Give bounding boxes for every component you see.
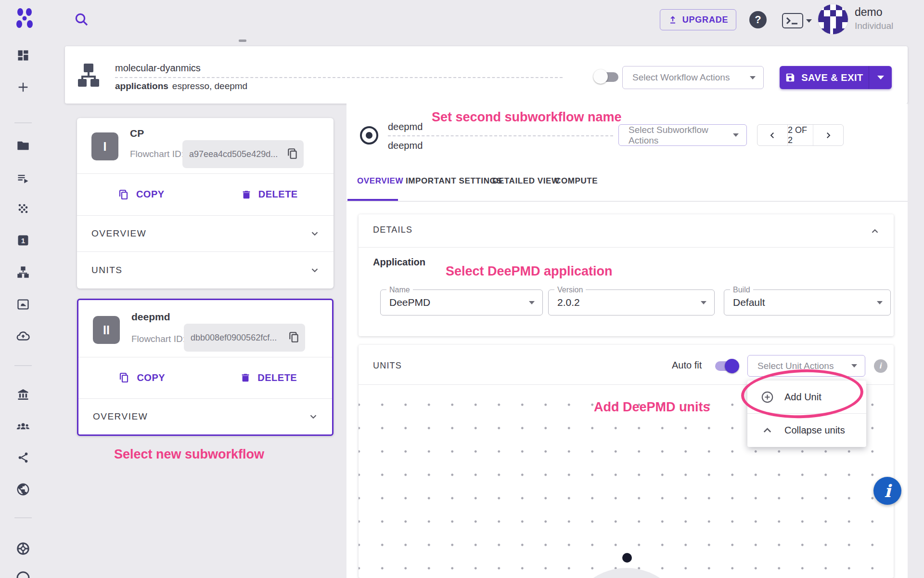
upgrade-button[interactable]: UPGRADE	[660, 9, 736, 30]
copy-subworkflow-button[interactable]: COPY	[78, 357, 205, 398]
chevron-down-icon	[308, 411, 319, 422]
sidebar-item-more[interactable]	[15, 568, 31, 578]
delete-subworkflow-button[interactable]: DELETE	[205, 173, 334, 215]
dashboard-icon	[16, 49, 30, 62]
application-build-select[interactable]: Build Default	[724, 289, 891, 315]
trash-icon	[241, 189, 252, 200]
applications-label: applications	[115, 81, 168, 91]
tab-important-settings[interactable]: IMPORTANT SETTINGS	[406, 176, 502, 186]
sidebar-item-projects[interactable]	[15, 137, 31, 154]
search-icon[interactable]	[74, 12, 89, 27]
flowchart-id-value: a97eea4cd505e429d...	[189, 149, 282, 159]
description-toggle-thumb[interactable]	[593, 69, 608, 84]
support-icon	[16, 541, 30, 556]
chevron-down-icon	[701, 301, 706, 304]
save-exit-button[interactable]: SAVE & EXIT	[780, 66, 869, 89]
subworkflow-card-deepmd[interactable]: II deepmd Flowchart ID: dbb008ef0900562f…	[77, 299, 334, 436]
sidebar-item-dashboard[interactable]	[15, 47, 31, 64]
unit-actions-select[interactable]: Select Unit Actions	[747, 355, 865, 377]
delete-label: DELETE	[257, 372, 297, 383]
pager-prev-button[interactable]	[757, 125, 787, 145]
accordion-overview[interactable]: OVERVIEW	[77, 215, 334, 251]
copy-subworkflow-button[interactable]: COPY	[77, 173, 205, 215]
rail-divider	[14, 365, 32, 366]
chevron-up-icon[interactable]	[870, 226, 880, 236]
copy-id-icon[interactable]	[286, 147, 299, 161]
trash-icon	[240, 372, 251, 383]
sidebar-item-jobs[interactable]	[15, 170, 31, 186]
autofit-toggle-thumb[interactable]	[725, 359, 739, 373]
grain-icon	[16, 202, 30, 215]
tab-overview[interactable]: OVERVIEW	[357, 176, 403, 186]
user-name[interactable]: demo	[855, 6, 883, 19]
sidebar-item-uploads[interactable]	[15, 328, 31, 344]
user-plan: Individual	[855, 21, 893, 31]
annotation-set-name: Set second subworkflow name	[432, 110, 622, 125]
sidebar-item-create[interactable]	[15, 79, 31, 95]
radio-selected-icon[interactable]	[360, 126, 378, 144]
console-button[interactable]	[782, 13, 814, 29]
tab-compute[interactable]: COMPUTE	[555, 176, 598, 186]
sidebar-item-team[interactable]	[15, 418, 31, 434]
sidebar-item-support[interactable]	[15, 540, 31, 557]
info-fab-button[interactable]: i	[873, 477, 901, 505]
flowchart-node-dot[interactable]	[622, 553, 632, 563]
sidebar-item-public[interactable]	[15, 481, 31, 498]
card-actions: COPY DELETE	[77, 173, 334, 215]
copy-icon	[118, 372, 130, 383]
delete-label: DELETE	[258, 189, 298, 200]
sidebar-item-materials[interactable]	[15, 200, 31, 217]
help-button[interactable]: ?	[749, 11, 767, 28]
menu-item-collapse-units[interactable]: Collapse units	[747, 414, 866, 447]
workflow-name[interactable]: molecular-dyanmics	[115, 63, 201, 74]
save-exit-split-button: SAVE & EXIT	[780, 66, 892, 89]
workflow-tree-icon	[16, 265, 30, 279]
sidebar-item-organization[interactable]	[15, 386, 31, 403]
flowchart-id-chip: a97eea4cd505e429d...	[182, 140, 304, 168]
application-name-select[interactable]: Name DeePMD	[380, 289, 543, 315]
rail-divider	[14, 122, 32, 123]
subworkflow-name: deepmd	[131, 311, 170, 323]
sidebar-item-entities[interactable]: 1	[15, 232, 31, 249]
accordion-overview[interactable]: OVERVIEW	[78, 398, 332, 434]
application-version-select[interactable]: Version 2.0.2	[548, 289, 715, 315]
subworkflow-badge: II	[93, 316, 120, 344]
autofit-label: Auto fit	[672, 360, 702, 371]
sidebar-item-share[interactable]	[15, 449, 31, 466]
subworkflow-title[interactable]: deepmd	[388, 121, 423, 132]
copy-label: COPY	[136, 189, 165, 200]
tabs-bottom-border	[346, 201, 908, 202]
copy-label: COPY	[137, 372, 165, 383]
svg-text:1: 1	[21, 236, 25, 245]
chevron-down-icon	[733, 133, 739, 137]
copy-id-icon[interactable]	[288, 331, 300, 344]
field-label: Name	[386, 286, 413, 294]
pager-label: 2 OF 2	[787, 125, 813, 145]
tab-detailed-view[interactable]: DETAILED VIEW	[492, 176, 560, 186]
subworkflow-card-cp[interactable]: I CP Flowchart ID: a97eea4cd505e429d... …	[77, 118, 334, 289]
details-title: DETAILS	[373, 225, 412, 235]
partial-circle-icon	[15, 569, 31, 578]
avatar[interactable]	[818, 4, 848, 34]
flowchart-id-chip: dbb008ef0900562fcf...	[184, 324, 305, 352]
chevron-right-icon	[824, 131, 833, 140]
accordion-units[interactable]: UNITS	[77, 251, 334, 289]
save-exit-menu-button[interactable]	[869, 66, 892, 89]
save-icon	[785, 72, 796, 83]
sidebar-item-images[interactable]	[15, 296, 31, 313]
workflow-actions-select[interactable]: Select Workflow Actions	[622, 66, 764, 89]
brand-logo-icon[interactable]	[14, 8, 35, 30]
info-icon[interactable]: i	[874, 359, 887, 373]
unit-actions-label: Select Unit Actions	[757, 361, 834, 371]
workflow-header: molecular-dyanmics applicationsespresso,…	[65, 46, 908, 104]
delete-subworkflow-button[interactable]: DELETE	[205, 357, 333, 398]
subworkflow-pager: 2 OF 2	[757, 124, 844, 146]
chevron-down-icon	[309, 265, 320, 276]
subworkflow-badge: I	[91, 132, 118, 160]
menu-item-add-unit[interactable]: Add Unit	[747, 381, 866, 413]
team-icon	[16, 419, 30, 434]
pager-next-button[interactable]	[813, 125, 843, 145]
subworkflow-actions-select[interactable]: Select Subworkflow Actions	[618, 124, 747, 146]
sidebar-item-workflows[interactable]	[15, 264, 31, 280]
subworkflow-actions-label: Select Subworkflow Actions	[629, 125, 733, 146]
